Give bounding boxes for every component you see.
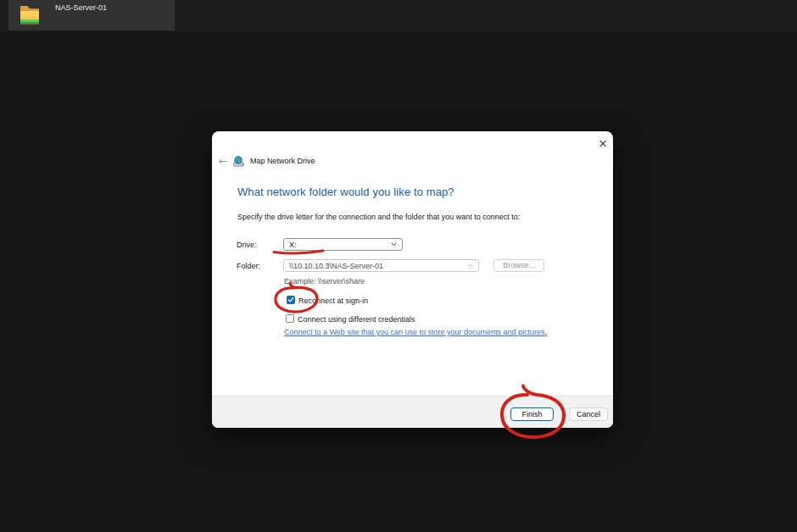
reconnect-checkbox-label: Reconnect at sign-in: [298, 296, 368, 305]
dialog-heading: What network folder would you like to ma…: [237, 186, 454, 198]
back-button[interactable]: ←: [219, 155, 227, 167]
link-period: .: [545, 328, 548, 336]
cancel-button[interactable]: Cancel: [569, 407, 608, 421]
drive-dropdown-value: X:: [289, 241, 297, 249]
dialog-subheading: Specify the drive letter for the connect…: [237, 213, 520, 221]
map-network-drive-icon: [233, 156, 244, 167]
folder-dropdown-value: \\10.10.10.3\NAS-Server-01: [289, 262, 383, 270]
chevron-down-icon: [391, 242, 397, 247]
close-button[interactable]: ×: [594, 134, 612, 152]
folder-label: Folder:: [237, 262, 260, 270]
credentials-checkbox[interactable]: [286, 314, 294, 323]
reconnect-checkbox[interactable]: [287, 296, 295, 304]
map-network-drive-dialog: × ← Map Network Drive What network folde…: [212, 131, 613, 428]
folder-icon: [20, 3, 40, 27]
credentials-checkbox-label: Connect using different credentials: [298, 315, 415, 324]
drive-dropdown[interactable]: X:: [283, 238, 403, 251]
drive-label: Drive:: [237, 241, 257, 249]
arrow-left-icon: ←: [219, 155, 227, 167]
browse-button[interactable]: Browse...: [493, 259, 544, 272]
check-icon: [287, 296, 294, 303]
example-text: Example: \\server\share: [284, 277, 365, 285]
explorer-window-strip: NAS-Server-01: [0, 0, 797, 32]
folder-dropdown[interactable]: \\10.10.10.3\NAS-Server-01: [283, 259, 479, 272]
file-tile-label: NAS-Server-01: [55, 3, 107, 13]
dialog-titlebar: ← Map Network Drive: [219, 154, 315, 168]
connect-website-link[interactable]: Connect to a Web site that you can use t…: [284, 328, 547, 336]
close-icon: ×: [598, 136, 608, 150]
chevron-down-icon: [467, 263, 473, 268]
connect-website-link-text: Connect to a Web site that you can use t…: [284, 328, 545, 336]
finish-button[interactable]: Finish: [510, 407, 554, 421]
file-tile-nas-server-01[interactable]: NAS-Server-01: [8, 0, 175, 30]
dialog-title: Map Network Drive: [250, 157, 315, 165]
